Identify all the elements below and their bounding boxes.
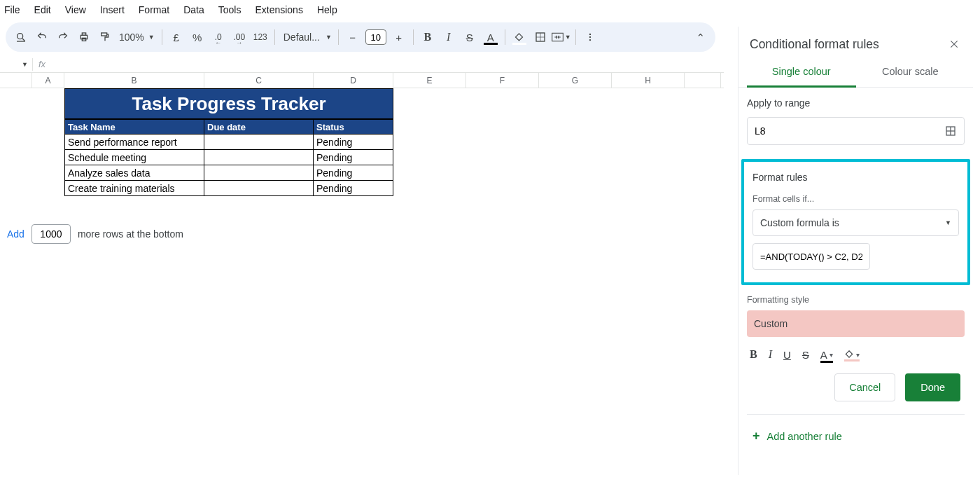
- cell[interactable]: Analyze sales data: [64, 165, 204, 181]
- menu-edit[interactable]: Edit: [27, 1, 58, 18]
- merge-cells-button[interactable]: ▼: [552, 27, 571, 47]
- redo-button[interactable]: [53, 27, 73, 47]
- chevron-down-icon: ▼: [565, 34, 571, 41]
- col-header-b[interactable]: B: [64, 73, 204, 88]
- apply-to-range-label: Apply to range: [747, 97, 965, 109]
- panel-tabs: Single colour Colour scale: [738, 59, 973, 88]
- add-rows-count-input[interactable]: [31, 224, 71, 244]
- cell[interactable]: [204, 135, 314, 150]
- decrease-decimal-button[interactable]: .0 ←: [209, 27, 228, 47]
- menu-insert[interactable]: Insert: [93, 1, 132, 18]
- svg-rect-4: [82, 33, 85, 35]
- increase-decimal-button[interactable]: .00 →: [230, 27, 249, 47]
- add-rows-group: Add more rows at the bottom: [7, 224, 183, 244]
- cancel-button[interactable]: Cancel: [834, 373, 895, 401]
- print-icon: [78, 32, 90, 43]
- cell[interactable]: Pending: [314, 135, 393, 150]
- col-header-a[interactable]: A: [32, 73, 64, 88]
- done-button[interactable]: Done: [905, 373, 960, 401]
- style-fill-color-button[interactable]: ▾: [844, 350, 860, 359]
- cell[interactable]: Send performance report: [64, 135, 204, 150]
- col-header-e[interactable]: E: [393, 73, 466, 88]
- close-icon: [949, 39, 959, 49]
- col-header-d[interactable]: D: [314, 73, 393, 88]
- col-header-c[interactable]: C: [204, 73, 314, 88]
- cell[interactable]: [204, 181, 314, 196]
- th-status[interactable]: Status: [314, 119, 393, 135]
- chevron-down-icon: ▼: [22, 61, 28, 68]
- select-all-corner[interactable]: [0, 73, 32, 88]
- tab-single-colour[interactable]: Single colour: [747, 59, 856, 88]
- more-formats-button[interactable]: 123: [251, 27, 270, 47]
- menu-extensions[interactable]: Extensions: [248, 1, 309, 18]
- format-rules-label: Format rules: [752, 172, 959, 183]
- cell[interactable]: [204, 165, 314, 181]
- range-input[interactable]: [748, 125, 936, 137]
- table-row: Send performance report Pending: [64, 135, 393, 150]
- tab-colour-scale[interactable]: Colour scale: [856, 59, 965, 87]
- custom-formula-input[interactable]: [752, 243, 870, 270]
- print-button[interactable]: [74, 27, 94, 47]
- menu-format[interactable]: Format: [132, 1, 176, 18]
- fill-color-button[interactable]: [510, 27, 529, 47]
- style-bold-button[interactable]: B: [750, 348, 757, 361]
- undo-button[interactable]: [32, 27, 52, 47]
- add-rows-button[interactable]: Add: [7, 228, 24, 240]
- menu-view[interactable]: View: [58, 1, 93, 18]
- cell[interactable]: Schedule meeting: [64, 150, 204, 165]
- font-size-decrease[interactable]: −: [343, 27, 363, 47]
- percent-button[interactable]: %: [188, 27, 207, 47]
- strikethrough-button[interactable]: S: [460, 27, 479, 47]
- svg-line-1: [22, 39, 24, 41]
- paint-format-button[interactable]: [95, 27, 115, 47]
- col-header-h[interactable]: H: [612, 73, 685, 88]
- cell[interactable]: Pending: [314, 181, 393, 196]
- th-due-date[interactable]: Due date: [204, 119, 314, 135]
- svg-point-0: [18, 34, 23, 39]
- style-italic-button[interactable]: I: [769, 348, 772, 361]
- currency-button[interactable]: £: [167, 27, 186, 47]
- condition-dropdown[interactable]: Custom formula is ▼: [752, 209, 959, 236]
- menu-file[interactable]: File: [4, 1, 27, 18]
- name-box[interactable]: ▼: [0, 61, 32, 68]
- font-size-input[interactable]: [365, 29, 386, 45]
- cell[interactable]: Create training materials: [64, 181, 204, 196]
- add-another-rule-button[interactable]: + Add another rule: [747, 415, 965, 457]
- sheet-title-cell[interactable]: Task Progress Tracker: [64, 88, 393, 119]
- close-button[interactable]: [946, 36, 962, 52]
- style-text-color-button[interactable]: A ▾: [820, 349, 833, 361]
- bold-button[interactable]: B: [418, 27, 438, 47]
- style-strike-button[interactable]: S: [802, 349, 809, 361]
- menu-tools[interactable]: Tools: [211, 1, 248, 18]
- borders-button[interactable]: [531, 27, 550, 47]
- zoom-dropdown[interactable]: 100% ▼: [116, 32, 158, 43]
- select-range-button[interactable]: [936, 125, 964, 137]
- col-header-f[interactable]: F: [466, 73, 539, 88]
- paint-bucket-icon: [514, 32, 524, 43]
- col-header-i[interactable]: [685, 73, 721, 88]
- font-size-increase[interactable]: +: [389, 27, 409, 47]
- style-underline-button[interactable]: U: [783, 349, 791, 361]
- style-preview[interactable]: Custom: [747, 310, 965, 337]
- more-toolbar-button[interactable]: [580, 27, 600, 47]
- col-header-g[interactable]: G: [539, 73, 612, 88]
- menu-help[interactable]: Help: [310, 1, 344, 18]
- chevron-down-icon: ▾: [856, 351, 860, 359]
- menu-data[interactable]: Data: [176, 1, 211, 18]
- separator: [575, 29, 576, 45]
- cell[interactable]: Pending: [314, 165, 393, 181]
- undo-icon: [36, 32, 48, 43]
- cell[interactable]: [204, 150, 314, 165]
- svg-point-11: [589, 34, 591, 35]
- cell[interactable]: Pending: [314, 150, 393, 165]
- paint-roller-icon: [99, 32, 111, 43]
- chevron-down-icon: ▼: [945, 219, 951, 226]
- text-color-button[interactable]: A: [481, 27, 500, 47]
- separator: [505, 29, 505, 45]
- collapse-toolbar-button[interactable]: ⌄: [690, 27, 710, 47]
- th-task-name[interactable]: Task Name: [64, 119, 204, 135]
- font-family-dropdown[interactable]: Defaul... ▼: [279, 32, 334, 43]
- italic-button[interactable]: I: [439, 27, 458, 47]
- search-menus-button[interactable]: [11, 27, 31, 47]
- spreadsheet-grid[interactable]: A B C D E F G H Task Progress Tracker Ta…: [0, 73, 724, 270]
